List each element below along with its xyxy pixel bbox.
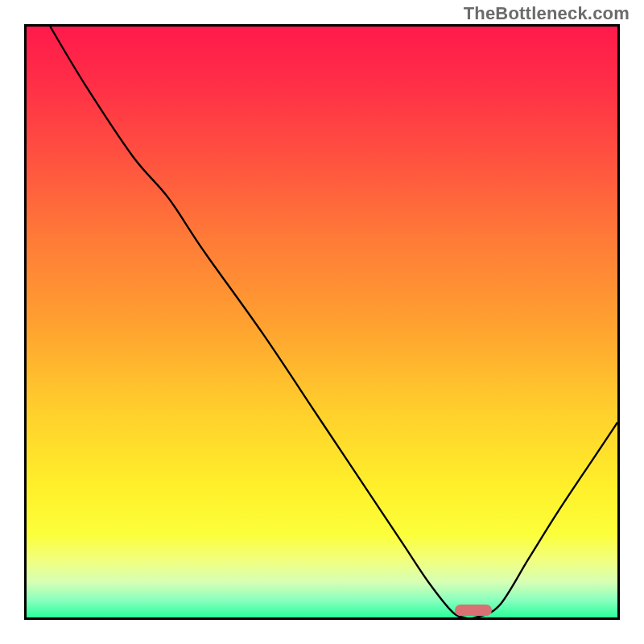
chart-container: TheBottleneck.com — [0, 0, 644, 644]
deviation-curve-path — [50, 27, 617, 617]
line-chart — [27, 27, 617, 617]
plot-area — [24, 24, 620, 620]
target-marker — [455, 605, 492, 616]
watermark-label: TheBottleneck.com — [464, 3, 630, 24]
